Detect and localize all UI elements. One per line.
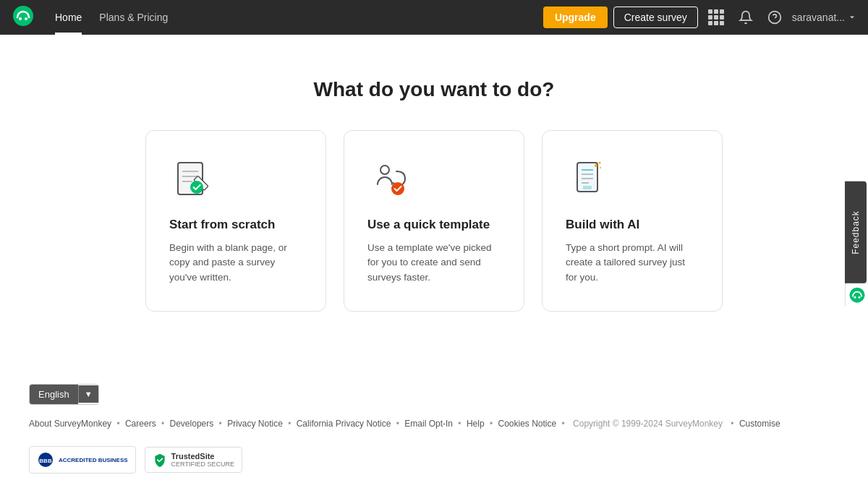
template-icon [367, 157, 414, 203]
nav-plans[interactable]: Plans & Pricing [90, 0, 176, 35]
footer-link-help[interactable]: Help [467, 419, 485, 429]
language-selector[interactable]: English ▼ [29, 384, 99, 405]
card-scratch[interactable]: Start from scratch Begin with a blank pa… [145, 130, 326, 312]
footer-links: About SurveyMonkey • Careers • Developer… [29, 416, 839, 432]
feedback-logo-icon [848, 286, 866, 304]
ai-icon [566, 157, 612, 203]
language-dropdown-arrow[interactable]: ▼ [78, 385, 98, 403]
svg-point-26 [859, 296, 861, 299]
apps-icon[interactable] [704, 7, 728, 28]
card-ai[interactable]: Build with AI Type a short prompt. AI wi… [542, 130, 723, 312]
notifications-icon[interactable] [734, 7, 757, 27]
page-title: What do you want to do? [314, 78, 555, 101]
scratch-icon [169, 157, 216, 203]
footer-link-email-opt-in[interactable]: Email Opt-In [404, 419, 453, 429]
svg-point-1 [19, 17, 22, 20]
logo[interactable] [12, 4, 35, 30]
ai-desc: Type a short prompt. AI will create a ta… [566, 241, 699, 285]
footer-badges: BBB ACCREDITED BUSINESS TrustedSite CERT… [29, 446, 839, 474]
bbb-badge: BBB ACCREDITED BUSINESS [29, 446, 136, 474]
svg-point-21 [600, 167, 601, 168]
language-button[interactable]: English [30, 385, 78, 404]
svg-point-0 [13, 6, 33, 26]
footer-copyright: Copyright © 1999-2024 SurveyMonkey [573, 419, 723, 429]
username-label: saravanat... [792, 12, 845, 23]
card-template[interactable]: Use a quick template Use a template we'v… [344, 130, 524, 312]
footer-link-careers[interactable]: Careers [125, 419, 156, 429]
svg-point-20 [599, 162, 601, 164]
trusted-sub: CERTIFIED SECURE [171, 461, 234, 468]
user-menu[interactable]: saravanat... [792, 12, 856, 23]
help-icon[interactable] [763, 7, 786, 27]
nav-home[interactable]: Home [46, 0, 90, 35]
navbar-nav: Home Plans & Pricing [46, 0, 543, 35]
trusted-label: TrustedSite [171, 452, 234, 461]
template-desc: Use a template we've picked for you to c… [367, 241, 501, 285]
upgrade-button[interactable]: Upgrade [543, 7, 608, 28]
bbb-label: ACCREDITED BUSINESS [59, 457, 128, 463]
svg-point-12 [391, 182, 404, 195]
footer-link-ca-privacy[interactable]: California Privacy Notice [297, 419, 391, 429]
svg-point-25 [854, 296, 856, 299]
svg-rect-18 [583, 186, 592, 189]
scratch-desc: Begin with a blank page, or copy and pas… [169, 241, 302, 285]
svg-point-2 [25, 17, 27, 20]
chevron-down-icon [848, 13, 856, 22]
cards-container: Start from scratch Begin with a blank pa… [145, 130, 723, 312]
svg-point-11 [380, 166, 389, 174]
trusted-badge: TrustedSite CERTIFIED SECURE [145, 447, 242, 473]
template-title: Use a quick template [367, 218, 501, 232]
footer-link-customise[interactable]: Customise [739, 419, 780, 429]
svg-point-19 [595, 164, 597, 167]
footer-link-developers[interactable]: Developers [170, 419, 214, 429]
footer-link-privacy[interactable]: Privacy Notice [227, 419, 283, 429]
ai-title: Build with AI [566, 218, 699, 232]
navbar-right: Upgrade Create survey [543, 7, 856, 28]
footer-link-about[interactable]: About SurveyMonkey [29, 419, 111, 429]
svg-text:BBB: BBB [39, 458, 52, 464]
main-content: What do you want to do? Start from scrat… [0, 35, 868, 341]
create-survey-button[interactable]: Create survey [613, 7, 698, 28]
svg-point-24 [850, 288, 865, 303]
feedback-tab[interactable]: Feedback [845, 181, 867, 283]
footer-link-cookies[interactable]: Cookies Notice [498, 419, 556, 429]
navbar: Home Plans & Pricing Upgrade Create surv… [0, 0, 868, 35]
footer: English ▼ About SurveyMonkey • Careers •… [0, 384, 868, 488]
scratch-title: Start from scratch [169, 218, 302, 232]
svg-point-10 [190, 181, 203, 194]
feedback-wrapper: Feedback [845, 181, 868, 307]
